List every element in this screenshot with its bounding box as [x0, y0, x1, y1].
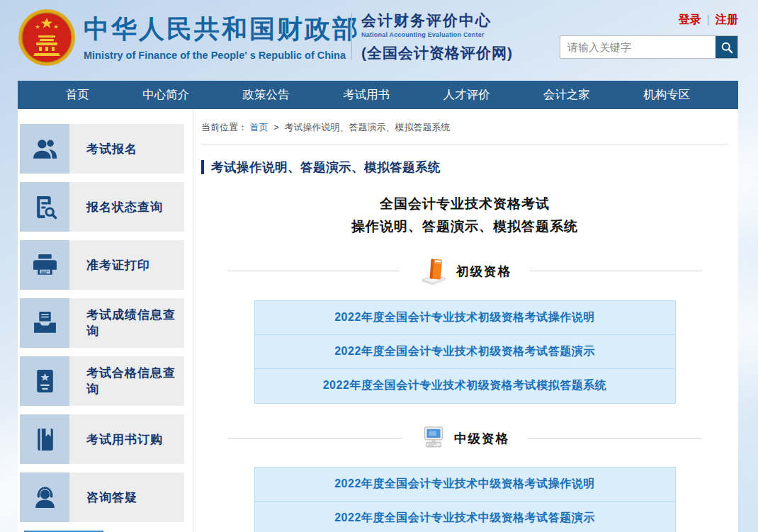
center-alt-title: (全国会计资格评价网) — [361, 43, 513, 63]
search-button[interactable] — [715, 36, 737, 58]
header-rule-left — [228, 271, 400, 271]
nav-item-policy-announcements[interactable]: 政策公告 — [243, 87, 290, 103]
group-header: 中级资格 — [228, 425, 701, 452]
nav-item-talent-evaluation[interactable]: 人才评价 — [443, 87, 490, 103]
computer-icon — [420, 425, 447, 452]
search-bar — [560, 35, 738, 59]
header-right: 登录|注册 — [560, 13, 738, 59]
nav-item-institution-zone[interactable]: 机构专区 — [643, 87, 690, 103]
link-junior-operation-instructions[interactable]: 2022年度全国会计专业技术初级资格考试操作说明 — [255, 301, 675, 335]
sidebar-item-label: 准考证打印 — [69, 240, 184, 290]
link-intermediate-answer-demo[interactable]: 2022年度全国会计专业技术中级资格考试答题演示 — [255, 502, 675, 532]
link-list: 2022年度全国会计专业技术中级资格考试操作说明 2022年度全国会计专业技术中… — [254, 467, 676, 532]
auth-links: 登录|注册 — [560, 13, 738, 28]
main-area: 当前位置： 首页 > 考试操作说明、答题演示、模拟答题系统 考试操作说明、答题演… — [193, 109, 738, 532]
section-title: 考试操作说明、答题演示、模拟答题系统 — [201, 160, 728, 174]
page: 中华人民共和国财政部 Ministry of Finance of the Pe… — [0, 0, 758, 532]
nav-item-center-intro[interactable]: 中心简介 — [142, 87, 189, 103]
sidebar-item-label: 咨询答疑 — [69, 472, 184, 522]
link-intermediate-operation-instructions[interactable]: 2022年度全国会计专业技术中级资格考试操作说明 — [255, 468, 675, 502]
heading-line1: 全国会计专业技术资格考试 — [201, 193, 728, 215]
link-list: 2022年度全国会计专业技术初级资格考试操作说明 2022年度全国会计专业技术初… — [254, 300, 676, 404]
breadcrumb-current: 考试操作说明、答题演示、模拟答题系统 — [284, 122, 450, 132]
header-rule-right — [528, 438, 701, 438]
site-header: 中华人民共和国财政部 Ministry of Finance of the Pe… — [0, 0, 758, 81]
link-junior-mock-answer-system[interactable]: 2022年度全国会计专业技术初级资格考试模拟答题系统 — [255, 369, 675, 403]
sidebar-item-label: 考试合格信息查询 — [69, 356, 184, 406]
ministry-title-en: Ministry of Finance of the People' s Rep… — [84, 50, 360, 61]
register-link[interactable]: 注册 — [715, 13, 738, 26]
group-header: 初级资格 — [228, 257, 701, 285]
sidebar-item-label: 考试报名 — [69, 124, 184, 174]
certificate-icon — [20, 356, 69, 406]
breadcrumb: 当前位置： 首页 > 考试操作说明、答题演示、模拟答题系统 — [201, 121, 728, 134]
page-heading: 全国会计专业技术资格考试 操作说明、答题演示、模拟答题系统 — [201, 193, 728, 239]
breadcrumb-divider — [201, 144, 728, 145]
auth-separator: | — [707, 13, 710, 26]
nav-item-home[interactable]: 首页 — [66, 87, 89, 103]
search-input[interactable] — [560, 36, 715, 58]
link-junior-answer-demo[interactable]: 2022年度全国会计专业技术初级资格考试答题演示 — [255, 335, 675, 369]
evaluation-center-branding: 会计财务评价中心 National Accounting Evaluation … — [361, 11, 513, 63]
sidebar: 考试报名 报名状态查询 — [18, 109, 193, 532]
users-icon — [20, 124, 69, 174]
header-rule-right — [530, 271, 701, 271]
printer-icon — [20, 240, 69, 290]
sidebar-item-label: 考试用书订购 — [69, 414, 184, 464]
center-title-en: National Accounting Evaluation Center — [361, 31, 513, 38]
heading-line2: 操作说明、答题演示、模拟答题系统 — [201, 215, 728, 238]
group-label: 初级资格 — [456, 263, 511, 280]
sidebar-item-label: 报名状态查询 — [69, 182, 184, 232]
sidebar-item-consultation[interactable]: 咨询答疑 — [20, 472, 184, 522]
nav-item-exam-books[interactable]: 考试用书 — [343, 87, 390, 103]
sidebar-item-exam-pass-query[interactable]: 考试合格信息查询 — [20, 356, 184, 406]
headset-person-icon — [20, 472, 69, 522]
group-label: 中级资格 — [454, 430, 509, 447]
document-search-icon — [20, 182, 69, 232]
sidebar-item-exam-book-order[interactable]: 考试用书订购 — [20, 414, 184, 464]
book-icon — [20, 414, 69, 464]
group-intermediate-qualification: 中级资格 2022年度全国会计专业技术中级资格考试操作说明 2022年度全国会计… — [201, 425, 728, 532]
breadcrumb-separator: > — [273, 122, 279, 132]
login-link[interactable]: 登录 — [679, 13, 701, 26]
sidebar-item-exam-registration[interactable]: 考试报名 — [20, 124, 184, 174]
main-nav: 首页 中心简介 政策公告 考试用书 人才评价 会计之家 机构专区 — [18, 81, 738, 109]
group-junior-qualification: 初级资格 2022年度全国会计专业技术初级资格考试操作说明 2022年度全国会计… — [201, 257, 728, 404]
center-title: 会计财务评价中心 — [361, 11, 513, 30]
sidebar-item-admission-ticket-print[interactable]: 准考证打印 — [20, 240, 184, 290]
china-national-emblem-icon — [18, 9, 76, 67]
breadcrumb-home-link[interactable]: 首页 — [250, 122, 268, 132]
sidebar-item-exam-score-query[interactable]: 考试成绩信息查询 — [20, 298, 184, 348]
breadcrumb-prefix: 当前位置： — [201, 122, 247, 132]
header-rule-left — [228, 438, 402, 438]
orange-book-icon — [418, 257, 449, 285]
magnifier-icon — [720, 40, 734, 55]
sidebar-item-registration-status[interactable]: 报名状态查询 — [20, 182, 184, 232]
sidebar-item-label: 考试成绩信息查询 — [69, 298, 184, 348]
ministry-branding: 中华人民共和国财政部 Ministry of Finance of the Pe… — [84, 12, 360, 61]
header-divider — [351, 13, 352, 60]
nav-item-accountant-home[interactable]: 会计之家 — [543, 87, 590, 103]
content: 考试报名 报名状态查询 — [18, 109, 738, 532]
inbox-document-icon — [20, 298, 69, 348]
ministry-title-cn: 中华人民共和国财政部 — [84, 12, 360, 47]
